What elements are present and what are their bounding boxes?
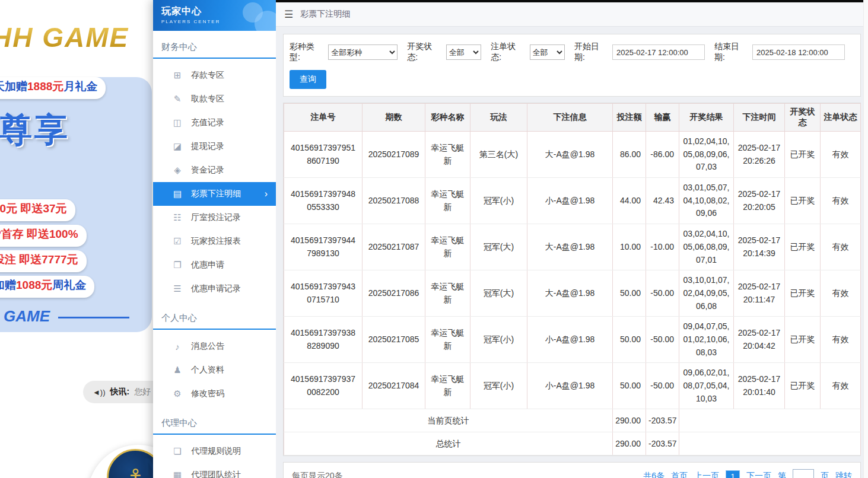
- start-date-label: 开始日期:: [574, 42, 609, 63]
- menu-icon[interactable]: ☰: [284, 8, 293, 21]
- sidebar-item-withdraw-zone[interactable]: ✎ 取款专区: [153, 87, 276, 111]
- cell-period: 20250217089: [363, 132, 425, 178]
- total-stats-row: 总统计 290.00 -203.57: [284, 432, 861, 455]
- ticker-label: 快讯:: [110, 387, 130, 397]
- end-date-label: 结束日期:: [714, 42, 749, 63]
- promo-footer-logo: H GAME: [0, 307, 129, 326]
- col-header-draw-status: 开奖状态: [785, 104, 821, 132]
- table-row: 401569173979480553330 20250217088 幸运飞艇新 …: [284, 178, 861, 224]
- page-stats-bet: 290.00: [613, 409, 646, 432]
- col-header-order-id: 注单号: [284, 104, 363, 132]
- sidebar-item-promo-apply[interactable]: ❐ 优惠申请: [153, 253, 276, 277]
- table-row: 401569173979447989130 20250217087 幸运飞艇新 …: [284, 224, 861, 270]
- bell-icon: ♪: [172, 342, 183, 352]
- report-icon: ☑: [172, 236, 183, 247]
- bets-table-panel: 注单号 期数 彩种名称 玩法 下注信息 投注额 输赢 开奖结果 下注时间 开奖状…: [283, 103, 861, 456]
- sidebar-item-change-password[interactable]: ⚙ 修改密码: [153, 382, 276, 406]
- col-header-time: 下注时间: [734, 104, 785, 132]
- cell-order-id: 401569173979518607190: [284, 132, 363, 178]
- order-status-select[interactable]: 全部: [530, 44, 565, 60]
- total-stats-empty: [679, 432, 861, 455]
- page-stats-row: 当前页统计 290.00 -203.57: [284, 409, 861, 432]
- cell-draw-status: 已开奖: [785, 317, 821, 363]
- jump-button[interactable]: 跳转: [835, 471, 852, 478]
- sidebar-item-funds-record[interactable]: ◈ 资金记录: [153, 158, 276, 182]
- sidebar-item-agent-team-stats[interactable]: ▦ 代理团队统计: [153, 463, 276, 478]
- promo-pill-text: 1888元: [27, 80, 63, 93]
- cell-lottery: 幸运飞艇新: [425, 132, 470, 178]
- sidebar-group-finance: ⊞ 存款专区 ✎ 取款专区 ◫ 充值记录 ◪ 提现记录 ◈ 资金记录: [153, 59, 276, 302]
- sidebar-item-label: 优惠申请记录: [191, 283, 241, 294]
- col-header-order-status: 注单状态: [821, 104, 861, 132]
- cell-order-status: 有效: [821, 132, 861, 178]
- cell-lottery: 幸运飞艇新: [425, 363, 470, 409]
- cell-play: 第三名(大): [470, 132, 527, 178]
- ticker-text: 您好: [134, 387, 151, 397]
- jump-page-input[interactable]: [793, 469, 814, 478]
- cell-play: 冠军(大): [470, 224, 527, 270]
- current-page-indicator[interactable]: 1: [726, 470, 740, 478]
- cell-winloss: -50.00: [646, 317, 679, 363]
- sidebar-item-agent-rules[interactable]: ❏ 代理规则说明: [153, 439, 276, 463]
- cell-order-status: 有效: [821, 270, 861, 317]
- cell-period: 20250217088: [363, 178, 425, 224]
- table-row: 401569173979370082200 20250217084 幸运飞艇新 …: [284, 363, 861, 409]
- sidebar-item-message-notice[interactable]: ♪ 消息公告: [153, 334, 276, 358]
- cell-order-id: 401569173979370082200: [284, 363, 363, 409]
- scrollbar[interactable]: [863, 0, 868, 478]
- query-button[interactable]: 查询: [290, 70, 326, 89]
- sidebar-item-hall-bet-record[interactable]: ☷ 厅室投注记录: [153, 206, 276, 230]
- sidebar-group-agent: ❏ 代理规则说明 ▦ 代理团队统计: [153, 435, 276, 478]
- sidebar-item-label: 代理团队统计: [191, 470, 241, 478]
- promo-pill-text: 月礼金: [63, 80, 97, 93]
- sidebar-item-label: 提现记录: [191, 141, 224, 152]
- sidebar-subtitle: PLAYERS CENTER: [161, 19, 276, 24]
- sidebar-item-profile[interactable]: ♟ 个人资料: [153, 358, 276, 382]
- cell-lottery: 幸运飞艇新: [425, 317, 470, 363]
- cell-lottery: 幸运飞艇新: [425, 270, 470, 317]
- doc-icon: ❏: [172, 446, 183, 457]
- first-page-link[interactable]: 首页: [671, 471, 688, 478]
- sidebar-title: 玩家中心: [161, 5, 276, 18]
- filter-panel: 彩种类型: 全部彩种 开奖状态: 全部 注单状态:: [283, 34, 861, 97]
- jump-prefix-label: 第: [778, 471, 786, 478]
- cell-winloss: -10.00: [646, 224, 679, 270]
- promo-pill-text: 天加赠: [0, 80, 27, 93]
- promo-headline: 尊享: [0, 108, 70, 153]
- cell-order-id: 401569173979388289090: [284, 317, 363, 363]
- cell-lottery: 幸运飞艇新: [425, 224, 470, 270]
- sidebar-item-lottery-bet-detail[interactable]: ▤ 彩票下注明细 ›: [153, 182, 276, 206]
- end-date-input[interactable]: [752, 44, 845, 60]
- chart-icon: ▦: [172, 470, 183, 478]
- cell-bet-info: 大-A盘@1.98: [527, 224, 613, 270]
- topbar: ☰ 彩票下注明细: [276, 2, 868, 27]
- withdraw-icon: ✎: [172, 94, 183, 104]
- next-page-link[interactable]: 下一页: [746, 471, 771, 478]
- promo-pill-text: 加赠: [0, 279, 16, 291]
- anchor-icon: ⚓: [125, 464, 145, 478]
- section-title-agent: 代理中心: [153, 412, 276, 435]
- prev-page-link[interactable]: 上一页: [694, 471, 719, 478]
- cell-bet-info: 小-A盘@1.98: [527, 317, 613, 363]
- sidebar-item-promo-apply-record[interactable]: ☰ 优惠申请记录: [153, 277, 276, 301]
- sidebar-item-recharge-record[interactable]: ◫ 充值记录: [153, 111, 276, 135]
- col-header-winloss: 输赢: [646, 104, 679, 132]
- sidebar-item-deposit-zone[interactable]: ⊞ 存款专区: [153, 63, 276, 87]
- cell-order-status: 有效: [821, 363, 861, 409]
- cell-period: 20250217086: [363, 270, 425, 317]
- sidebar-item-label: 代理规则说明: [191, 446, 241, 457]
- cell-winloss: -50.00: [646, 270, 679, 317]
- sidebar-item-label: 消息公告: [191, 341, 224, 352]
- sidebar-item-cashout-record[interactable]: ◪ 提现记录: [153, 135, 276, 158]
- col-header-play: 玩法: [470, 104, 527, 132]
- chevron-right-icon: ›: [265, 189, 276, 199]
- page-stats-label: 当前页统计: [284, 409, 613, 432]
- draw-status-select[interactable]: 全部: [446, 44, 481, 60]
- sidebar-item-player-bet-report[interactable]: ☑ 玩家投注报表: [153, 230, 276, 253]
- cell-bet-info: 大-A盘@1.98: [527, 132, 613, 178]
- cell-order-id: 401569173979480553330: [284, 178, 363, 224]
- cell-result: 03,10,01,07,02,04,09,05,06,08: [679, 270, 734, 317]
- cell-bet-info: 大-A盘@1.98: [527, 270, 613, 317]
- start-date-input[interactable]: [612, 44, 705, 60]
- lottery-type-select[interactable]: 全部彩种: [328, 44, 398, 60]
